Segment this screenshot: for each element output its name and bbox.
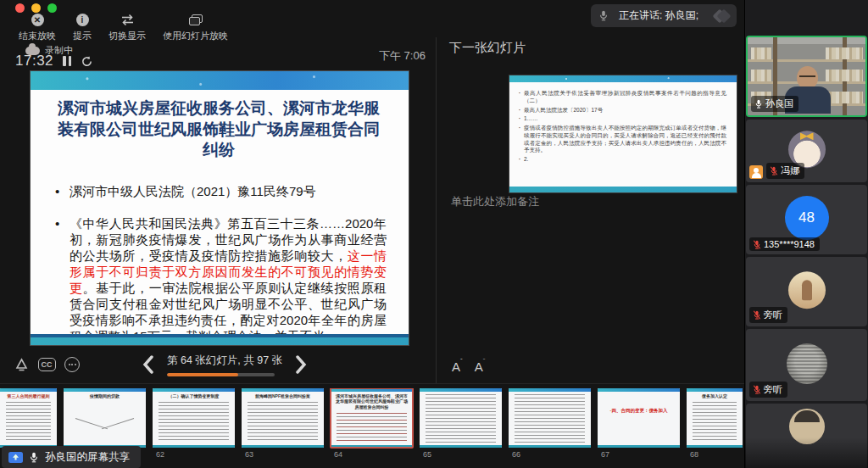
pause-recording-button[interactable] [63, 56, 71, 66]
filmstrip-thumbnail[interactable]: 疫情期间的贷款 [64, 388, 146, 448]
minimize-window-button[interactable] [31, 3, 41, 13]
font-decrease-label: A [475, 359, 483, 374]
thumb-title: 漯河市城兴房屋征收服务公司、漯河市龙华服装有限公司世纪风服饰鞋业广场房屋租赁合同… [331, 392, 413, 410]
participant-name-pill: 旁听 [749, 307, 787, 323]
zoom-window-button[interactable] [47, 3, 57, 13]
thumb-text-lines [693, 402, 737, 443]
preview-bullet: 最高人民法院关于依法妥善审理涉新冠肺炎疫情民事案件若干问题的指导意见（二） [517, 90, 726, 105]
thumb-slide-number: 62 [156, 450, 235, 459]
clock: 下午 7:06 [379, 48, 426, 64]
microphone-muted-icon [753, 385, 761, 394]
recording-timer-row: 17:32 [15, 53, 93, 70]
presenter-tools: CC [12, 355, 81, 374]
sidebar-bottom-fade [745, 437, 868, 468]
pointer-tool-button[interactable] [12, 355, 31, 374]
bullet-text: 《中华人民共和国民法典》第五百三十三条……2020年初，新冠肺炎疫情爆发，世纪风… [70, 216, 387, 263]
notes-input[interactable]: 单击此处添加备注 [451, 194, 539, 209]
microphone-icon [598, 10, 609, 21]
use-slideshow-label: 使用幻灯片放映 [163, 30, 228, 42]
slide-footer-bar [31, 334, 409, 345]
thumb-footer-bar [331, 445, 413, 448]
thumb-slide-number: 66 [512, 450, 591, 459]
participant-tile[interactable]: 48 135****9148 [746, 185, 867, 254]
restart-recording-button[interactable] [81, 55, 93, 68]
font-increase-label: A [452, 359, 460, 374]
swap-arrows-icon [120, 13, 135, 27]
filmstrip-item: 漯河市城兴房屋征收服务公司、漯河市龙华服装有限公司世纪风服饰鞋业广场房屋租赁合同… [331, 388, 413, 459]
thumb-header-bar [509, 388, 591, 392]
subtitles-button[interactable]: CC [37, 355, 56, 374]
more-options-button[interactable] [63, 355, 81, 374]
participant-name-pill: 孙良国 [751, 96, 798, 112]
avatar [787, 343, 827, 384]
thumb-text-lines [159, 402, 229, 443]
filmstrip-item: （二）确认了情势变更制度 62 [153, 388, 235, 459]
filmstrip-thumbnail[interactable]: ·四、合同的变更：债务加入 [598, 388, 680, 448]
use-slideshow-button[interactable]: 使用幻灯片放映 [163, 13, 228, 42]
microphone-muted-icon [753, 310, 761, 320]
filmstrip-item: 前海峰园NPF租赁合同纠纷案 63 [242, 388, 324, 459]
filmstrip-thumbnail[interactable]: 第三人合同的履行规则 [0, 388, 57, 448]
thumb-slide-number: 65 [423, 450, 502, 459]
participant-tile[interactable]: 冯娜 [746, 120, 867, 182]
thumb-slide-number: 64 [334, 450, 413, 459]
participant-tile-speaker[interactable]: 孙良国 [746, 36, 867, 117]
speaker-glasses [799, 75, 815, 81]
info-icon: i [75, 13, 90, 27]
thumb-slide-number: 68 [690, 450, 743, 459]
screen-share-icon [8, 452, 23, 463]
thumb-diagram [75, 404, 134, 438]
thumb-slide-number: 63 [245, 450, 324, 459]
switch-display-button[interactable]: 切换显示 [108, 13, 146, 42]
preview-bullet: 疫情或者疫情防控措施导致出卖人不能按照约定的期限完成订单或者交付货物，继续履行不… [517, 125, 726, 154]
filmstrip-item: 债务加入认定 68 [687, 388, 743, 459]
panel-divider [436, 37, 437, 383]
microphone-on-icon [754, 99, 763, 109]
thumb-footer-bar [509, 445, 591, 448]
end-show-button[interactable]: ✕ 结束放映 [19, 13, 56, 42]
close-window-button[interactable] [15, 3, 25, 13]
next-slide-preview: 最高人民法院关于依法妥善审理涉新冠肺炎疫情民事案件若干问题的指导意见（二） 最高… [509, 75, 737, 193]
previous-slide-button[interactable] [142, 355, 153, 374]
slide-counter: 第 64 张幻灯片, 共 97 张 [167, 354, 282, 368]
slide-bullet-case-number: 漯河市中级人民法院（2021）豫11民终79号 [51, 183, 387, 199]
participant-name: 孙良国 [765, 98, 793, 110]
current-slide: 漯河市城兴房屋征收服务公司、漯河市龙华服装有限公司世纪风服饰鞋业广场房屋租赁合同… [30, 70, 409, 346]
tips-button[interactable]: i 提示 [73, 13, 92, 42]
microphone-muted-icon [770, 166, 778, 176]
filmstrip-thumbnail[interactable] [509, 388, 591, 448]
participant-name: 旁听 [764, 309, 782, 321]
filmstrip-item: ·四、合同的变更：债务加入 67 [598, 388, 680, 459]
screen-share-indicator[interactable]: 孙良国的屏幕共享 [2, 446, 141, 468]
thumb-footer-bar [242, 445, 324, 448]
thumb-text-lines [248, 402, 318, 443]
filmstrip-thumbnail[interactable] [420, 388, 502, 448]
participant-tile[interactable]: 旁听 [746, 257, 867, 326]
preview-bullet: 最高人民法院法发〔2020〕17号 [517, 107, 726, 114]
slide-progress-bar [167, 373, 275, 376]
participant-tile[interactable]: 旁听 [746, 329, 867, 401]
next-slide-button[interactable] [296, 355, 307, 374]
avatar [788, 271, 826, 309]
participants-sidebar: 孙良国 冯娜 48 [744, 0, 868, 468]
thumb-header-bar [420, 388, 502, 392]
participant-name: 旁听 [764, 383, 782, 396]
active-speaker-banner: 正在讲话: 孙良国; [591, 4, 737, 27]
meeting-window: ✕ 结束放映 i 提示 切换显示 使用幻灯片放映 录制中 17:32 [0, 0, 868, 468]
notes-font-controls: Aˆ Aˉ [452, 359, 485, 374]
filmstrip-thumbnail[interactable]: 漯河市城兴房屋征收服务公司、漯河市龙华服装有限公司世纪风服饰鞋业广场房屋租赁合同… [331, 388, 413, 448]
thumb-text-lines [337, 413, 407, 443]
microphone-icon [29, 452, 39, 463]
font-decrease-button[interactable]: Aˉ [475, 359, 486, 374]
thumb-text-lines [6, 402, 51, 443]
slide-title: 漯河市城兴房屋征收服务公司、漯河市龙华服装有限公司世纪风服饰鞋业广场房屋租赁合同… [51, 98, 387, 161]
filmstrip-thumbnail[interactable]: 前海峰园NPF租赁合同纠纷案 [242, 388, 324, 448]
thumb-footer-bar [598, 445, 680, 448]
filmstrip-thumbnail[interactable]: 债务加入认定 [687, 388, 743, 448]
presenter-toolbar: ✕ 结束放映 i 提示 切换显示 使用幻灯片放映 [19, 13, 228, 42]
meeting-logo [715, 11, 729, 21]
end-show-label: 结束放映 [19, 30, 56, 42]
font-increase-button[interactable]: Aˆ [452, 359, 463, 374]
participant-name-pill: 135****9148 [749, 237, 820, 251]
filmstrip-thumbnail[interactable]: （二）确认了情势变更制度 [153, 388, 235, 448]
